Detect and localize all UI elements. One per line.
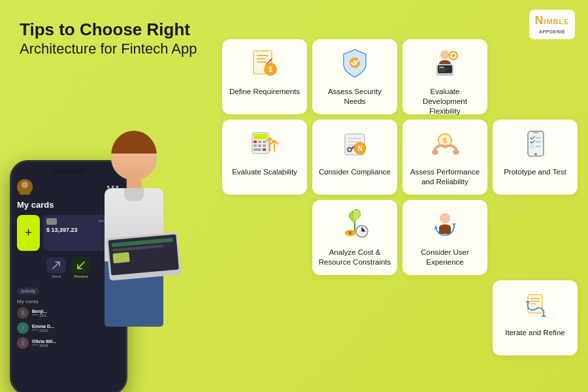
flexibility-icon bbox=[427, 46, 463, 82]
svg-point-39 bbox=[451, 54, 455, 57]
spacer-top bbox=[493, 39, 578, 114]
svg-point-1 bbox=[20, 190, 30, 195]
performance-icon: $ bbox=[427, 126, 463, 162]
iterate-refine-icon-area bbox=[517, 287, 553, 323]
svg-rect-11 bbox=[253, 140, 257, 143]
header: Tips to Choose Right Architecture for Fi… bbox=[20, 20, 197, 59]
card-assess-performance: $ Assess Performance and Reliability bbox=[402, 120, 487, 195]
compliance-icon: N bbox=[337, 126, 373, 162]
svg-point-43 bbox=[453, 150, 459, 155]
svg-rect-14 bbox=[253, 144, 257, 147]
contact-avatar-3: 👤 bbox=[17, 337, 29, 349]
svg-marker-45 bbox=[434, 226, 438, 229]
iterate-refine-label: Iterate and Refine bbox=[505, 328, 564, 338]
svg-text:$: $ bbox=[269, 66, 272, 73]
svg-rect-16 bbox=[263, 144, 266, 147]
svg-marker-60 bbox=[541, 314, 546, 317]
requirements-icon: $ bbox=[247, 46, 283, 82]
prototype-icon bbox=[517, 126, 553, 162]
cost-icon: $ bbox=[337, 206, 373, 242]
svg-rect-37 bbox=[439, 71, 446, 72]
card-analyze-cost: $ Analyze Cost & Resource Constraints bbox=[312, 200, 397, 275]
svg-marker-46 bbox=[452, 223, 456, 226]
card-iterate-refine: Iterate and Refine bbox=[493, 280, 578, 355]
prototype-test-icon-area bbox=[517, 126, 553, 162]
svg-rect-50 bbox=[533, 132, 538, 133]
person-collar bbox=[124, 188, 144, 201]
card-add-button[interactable]: + bbox=[17, 215, 40, 251]
card-define-requirements: $ Define Requirements bbox=[222, 39, 307, 114]
column-1: $ Define Requirements bbox=[222, 39, 307, 195]
analyze-cost-label: Analyze Cost & Resource Constraints bbox=[318, 248, 392, 267]
svg-rect-35 bbox=[439, 67, 444, 68]
svg-rect-53 bbox=[531, 145, 533, 148]
svg-text:$: $ bbox=[442, 137, 446, 144]
svg-rect-13 bbox=[263, 140, 266, 143]
title-bold: Tips to Choose Right bbox=[20, 20, 197, 40]
card-evaluate-dev-flexibility: Evaluate Development Flexibility bbox=[402, 39, 487, 114]
svg-point-32 bbox=[440, 50, 449, 59]
cards-grid: $ Define Requirements bbox=[222, 33, 585, 385]
phone-avatar bbox=[17, 179, 33, 195]
svg-rect-36 bbox=[439, 69, 448, 70]
activity-tag[interactable]: Activity bbox=[17, 287, 39, 295]
define-requirements-label: Define Requirements bbox=[229, 87, 300, 97]
svg-point-42 bbox=[432, 150, 438, 155]
define-requirements-icon-area: $ bbox=[247, 46, 283, 82]
card-prototype-test: Prototype and Test bbox=[493, 120, 578, 195]
logo-imble: IMBLE bbox=[544, 18, 569, 25]
contact-avatar-1: 👤 bbox=[17, 307, 29, 319]
svg-point-0 bbox=[22, 182, 28, 188]
scalability-icon bbox=[247, 126, 283, 162]
card-evaluate-scalability: Evaluate Scalability bbox=[222, 120, 307, 195]
consider-ux-icon-area bbox=[427, 206, 463, 242]
consider-compliance-label: Consider Compliance bbox=[319, 167, 391, 177]
card-consider-ux: Consider User Experience bbox=[402, 200, 487, 275]
person-head bbox=[111, 131, 157, 180]
card-consider-compliance: N Consider Compliance bbox=[312, 120, 397, 195]
column-3a: Evaluate Development Flexibility $ bbox=[402, 39, 487, 275]
avatar-icon bbox=[17, 179, 33, 195]
laptop-screen bbox=[108, 235, 179, 276]
ux-icon bbox=[427, 206, 463, 242]
page-container: Tips to Choose Right Architecture for Fi… bbox=[0, 0, 588, 392]
logo-text: NIMBLE APPGENIE bbox=[534, 14, 569, 35]
assess-security-label: Assess Security Needs bbox=[318, 87, 392, 106]
svg-rect-15 bbox=[258, 144, 261, 147]
evaluate-scalability-label: Evaluate Scalability bbox=[232, 167, 297, 177]
svg-rect-10 bbox=[253, 134, 267, 139]
person-body bbox=[101, 131, 167, 327]
laptop-screen-content-3 bbox=[112, 252, 129, 263]
svg-point-44 bbox=[440, 213, 450, 223]
svg-point-49 bbox=[534, 153, 537, 155]
prototype-test-label: Prototype and Test bbox=[504, 167, 566, 177]
laptop-body bbox=[106, 232, 181, 280]
column-2: $ Assess Security Needs N bbox=[312, 39, 397, 275]
consider-ux-label: Consider User Experience bbox=[408, 248, 482, 267]
svg-rect-12 bbox=[258, 140, 261, 143]
title-regular: Architecture for Fintech App bbox=[20, 40, 197, 59]
evaluate-dev-icon-area bbox=[427, 46, 463, 82]
card-assess-security: $ Assess Security Needs bbox=[312, 39, 397, 114]
svg-text:N: N bbox=[357, 145, 362, 152]
evaluate-scalability-icon-area bbox=[247, 126, 283, 162]
person-hair bbox=[111, 131, 157, 154]
iterate-icon bbox=[517, 287, 553, 323]
assess-security-icon-area: $ bbox=[337, 46, 373, 82]
logo-n: N bbox=[534, 14, 544, 27]
spacer-mid bbox=[493, 200, 578, 275]
svg-rect-18 bbox=[263, 148, 266, 151]
person-image bbox=[52, 65, 216, 392]
analyze-cost-icon-area: $ bbox=[337, 206, 373, 242]
consider-compliance-icon-area: N bbox=[337, 126, 373, 162]
svg-rect-17 bbox=[253, 148, 261, 151]
column-3b: Prototype and Test bbox=[493, 39, 578, 355]
evaluate-dev-label: Evaluate Development Flexibility bbox=[408, 87, 482, 116]
contact-avatar-2: 👤 bbox=[17, 322, 29, 334]
assess-performance-icon-area: $ bbox=[427, 126, 463, 162]
security-icon: $ bbox=[337, 46, 373, 82]
svg-text:$: $ bbox=[349, 231, 351, 236]
assess-performance-label: Assess Performance and Reliability bbox=[408, 167, 482, 187]
